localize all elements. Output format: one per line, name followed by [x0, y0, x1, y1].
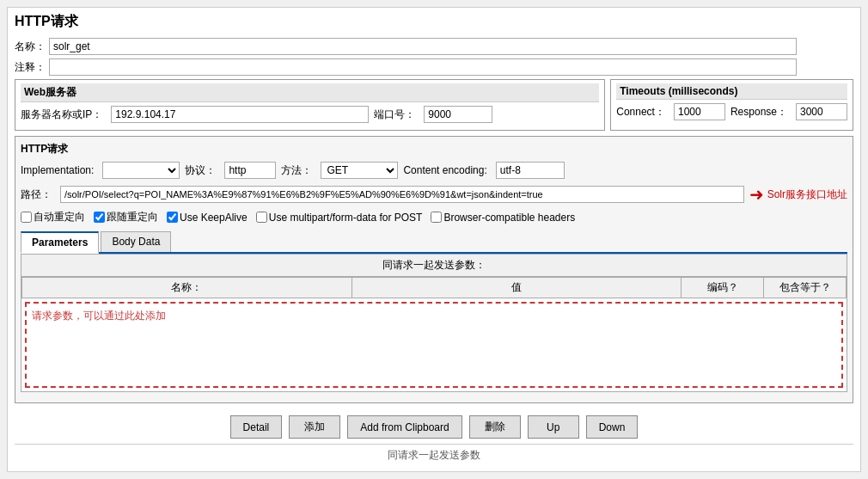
- tab-bar: Parameters Body Data: [21, 231, 847, 254]
- col-include-header: 包含等于？: [764, 278, 847, 298]
- protocol-input[interactable]: [224, 162, 276, 179]
- name-row: 名称：: [15, 38, 853, 55]
- tab-parameters[interactable]: Parameters: [21, 231, 99, 254]
- response-label: Response：: [730, 105, 787, 120]
- col-encode-header: 编码？: [682, 278, 764, 298]
- keep-alive-checkbox[interactable]: Use KeepAlive: [167, 212, 248, 224]
- down-button[interactable]: Down: [586, 415, 639, 439]
- response-input[interactable]: [796, 103, 847, 120]
- method-row: Implementation: 协议： 方法： GET POST Content…: [21, 162, 847, 179]
- http-section-title: HTTP请求: [21, 142, 847, 157]
- bottom-label: 同请求一起发送参数: [15, 444, 853, 466]
- tabs-container: Parameters Body Data 同请求一起发送参数： 名称： 值 编码…: [21, 231, 847, 392]
- tab-body-data[interactable]: Body Data: [101, 231, 171, 252]
- bottom-buttons: Detail 添加 Add from Clipboard 删除 Up Down: [15, 410, 853, 444]
- auto-redirect-checkbox[interactable]: 自动重定向: [21, 210, 85, 224]
- checkbox-row: 自动重定向 跟随重定向 Use KeepAlive Use multipart/…: [21, 210, 847, 224]
- server-row: 服务器名称或IP： 端口号：: [21, 106, 599, 123]
- up-button[interactable]: Up: [528, 415, 579, 439]
- multipart-checkbox[interactable]: Use multipart/form-data for POST: [256, 212, 423, 224]
- port-input[interactable]: [424, 106, 492, 123]
- follow-redirect-input[interactable]: [94, 212, 105, 223]
- params-header: 同请求一起发送参数：: [21, 255, 847, 277]
- port-label: 端口号：: [374, 107, 415, 122]
- name-label: 名称：: [15, 40, 46, 54]
- keep-alive-input[interactable]: [167, 212, 178, 223]
- comment-input[interactable]: [49, 58, 797, 76]
- server-label: 服务器名称或IP：: [21, 107, 102, 122]
- http-section: HTTP请求 Implementation: 协议： 方法： GET POST …: [15, 136, 853, 403]
- path-annotation: ➜ Solr服务接口地址: [749, 184, 847, 205]
- detail-button[interactable]: Detail: [230, 415, 283, 439]
- add-button[interactable]: 添加: [289, 415, 340, 439]
- params-body: 请求参数，可以通过此处添加: [25, 302, 843, 388]
- timeouts-row: Connect： Response：: [616, 103, 847, 120]
- comment-row: 注释：: [15, 58, 853, 76]
- browser-compat-input[interactable]: [431, 212, 442, 223]
- params-empty-hint: 请求参数，可以通过此处添加: [32, 310, 166, 322]
- name-input[interactable]: [49, 38, 797, 55]
- web-server-title: Web服务器: [21, 83, 599, 102]
- implementation-label: Implementation:: [21, 164, 94, 176]
- params-table: 名称： 值 编码？ 包含等于？: [21, 277, 847, 298]
- multipart-input[interactable]: [256, 212, 267, 223]
- connect-input[interactable]: [674, 103, 725, 120]
- method-label: 方法：: [281, 163, 312, 178]
- connect-label: Connect：: [616, 105, 665, 120]
- method-select[interactable]: GET POST: [321, 162, 398, 179]
- comment-label: 注释：: [15, 60, 46, 75]
- page-title: HTTP请求: [15, 13, 853, 31]
- server-input[interactable]: [111, 106, 369, 123]
- timeouts-title: Timeouts (milliseconds): [616, 83, 847, 100]
- encoding-label: Content encoding:: [403, 164, 486, 176]
- implementation-select[interactable]: [102, 162, 180, 179]
- path-input[interactable]: [60, 186, 744, 203]
- params-section: 同请求一起发送参数： 名称： 值 编码？ 包含等于？ 请求参数，可以通: [21, 254, 847, 392]
- encoding-input[interactable]: [496, 162, 565, 179]
- auto-redirect-input[interactable]: [21, 212, 32, 223]
- col-name-header: 名称：: [22, 278, 352, 298]
- follow-redirect-checkbox[interactable]: 跟随重定向: [94, 210, 158, 224]
- protocol-label: 协议：: [185, 163, 216, 178]
- browser-compat-checkbox[interactable]: Browser-compatible headers: [431, 212, 575, 224]
- path-label: 路径：: [21, 187, 52, 202]
- col-value-header: 值: [351, 278, 682, 298]
- add-from-clipboard-button[interactable]: Add from Clipboard: [347, 415, 462, 439]
- delete-button[interactable]: 删除: [469, 415, 521, 439]
- path-row: 路径： ➜ Solr服务接口地址: [21, 184, 847, 205]
